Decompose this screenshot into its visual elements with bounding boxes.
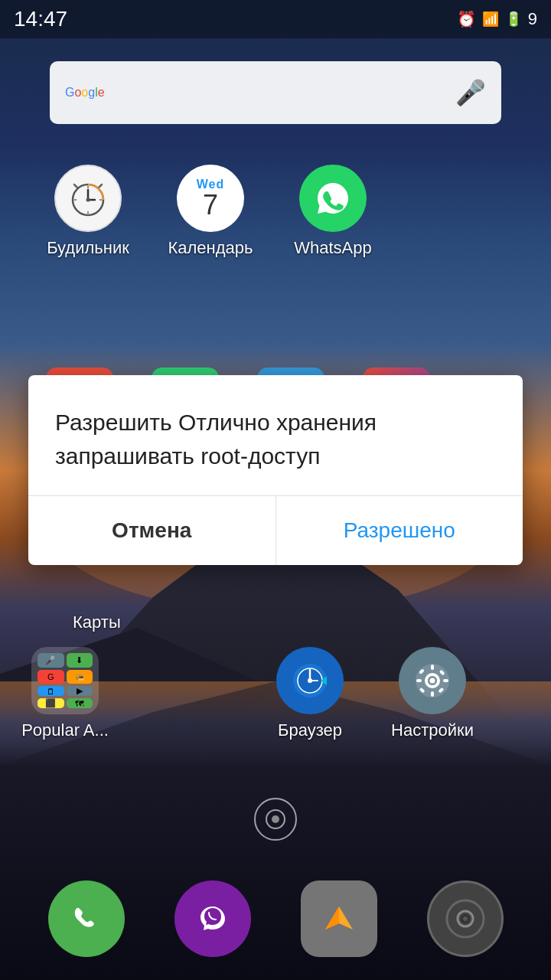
- svg-line-9: [99, 185, 102, 188]
- browser-svg: [289, 659, 331, 702]
- modal-text: Разрешить Отлично хранения запрашивать r…: [55, 406, 496, 472]
- viber-dock-icon[interactable]: [174, 880, 251, 957]
- nav-bar: [0, 789, 551, 850]
- alarm-status-icon: ⏰: [457, 10, 476, 28]
- calendar-icon-circle: Wed 7: [177, 165, 244, 232]
- app-icons-row-3: 🎤 ⬇ G 📻 🗒 ▶ ⬛ 🗺 Popular A...: [23, 647, 474, 740]
- signal-icon: 📶: [482, 11, 499, 28]
- alarm-app-icon[interactable]: Будильник: [46, 165, 130, 258]
- home-icon: [264, 808, 287, 831]
- whatsapp-label: WhatsApp: [294, 238, 372, 258]
- calendar-date: 7: [203, 191, 218, 219]
- folder-app-6: ▶: [67, 686, 93, 696]
- navigator-svg: [319, 899, 359, 939]
- modal-buttons: Отмена Разрешено: [28, 496, 523, 565]
- calendar-label: Календарь: [168, 238, 253, 258]
- popular-apps-icon[interactable]: 🎤 ⬇ G 📻 🗒 ▶ ⬛ 🗺 Popular A...: [23, 647, 107, 740]
- modal-body: Разрешить Отлично хранения запрашивать r…: [28, 375, 523, 495]
- folder-app-1: 🎤: [37, 653, 64, 668]
- svg-point-35: [68, 900, 105, 937]
- status-icons: ⏰ 📶 🔋 9: [457, 9, 537, 29]
- popular-apps-label: Popular A...: [21, 720, 109, 740]
- whatsapp-svg: [311, 177, 354, 220]
- camera-dock-icon[interactable]: [427, 880, 504, 957]
- status-bar: 14:47 ⏰ 📶 🔋 9: [0, 0, 551, 38]
- mic-icon[interactable]: 🎤: [455, 78, 486, 107]
- google-logo: Google: [65, 86, 105, 100]
- settings-svg: [411, 659, 454, 702]
- cancel-button[interactable]: Отмена: [28, 496, 276, 565]
- navigator-dock-icon[interactable]: [301, 880, 377, 957]
- navigator-icon-bg: [301, 880, 377, 957]
- svg-point-32: [430, 678, 435, 684]
- bottom-dock: [0, 880, 551, 957]
- app-icons-row-1: Будильник Wed 7 Календарь WhatsApp: [46, 165, 375, 258]
- folder-app-4: 📻: [67, 670, 93, 684]
- battery-level: 9: [528, 9, 537, 29]
- phone-svg: [67, 899, 106, 939]
- battery-icon: 🔋: [505, 11, 522, 28]
- svg-rect-26: [443, 679, 448, 682]
- folder-grid: 🎤 ⬇ G 📻 🗒 ▶ ⬛ 🗺: [31, 647, 99, 714]
- alarm-svg: [67, 178, 109, 219]
- svg-point-14: [86, 198, 90, 202]
- settings-icon-circle: [399, 647, 466, 714]
- modal-dialog: Разрешить Отлично хранения запрашивать r…: [28, 375, 523, 565]
- settings-app-icon[interactable]: Настройки: [390, 647, 474, 740]
- maps-label-area: Карты: [73, 612, 121, 632]
- folder-app-3: G: [37, 670, 64, 684]
- svg-rect-23: [431, 665, 434, 670]
- alarm-icon-circle: [54, 165, 122, 232]
- phone-icon-bg: [48, 880, 125, 957]
- svg-rect-24: [431, 691, 434, 697]
- viber-icon-bg: [174, 880, 251, 957]
- phone-dock-icon[interactable]: [48, 880, 125, 957]
- calendar-app-icon[interactable]: Wed 7 Календарь: [168, 165, 253, 258]
- google-search-bar[interactable]: Google 🎤: [50, 61, 501, 124]
- camera-icon-bg: [427, 880, 504, 957]
- whatsapp-app-icon[interactable]: WhatsApp: [291, 165, 375, 258]
- settings-label: Настройки: [391, 720, 474, 740]
- camera-svg: [445, 899, 485, 939]
- folder-app-5: 🗒: [37, 686, 64, 696]
- whatsapp-icon-circle: [299, 165, 367, 232]
- browser-app-icon[interactable]: Браузер: [268, 647, 352, 740]
- folder-app-7: ⬛: [37, 698, 64, 708]
- folder-app-8: 🗺: [67, 698, 93, 708]
- svg-point-34: [272, 815, 279, 823]
- alarm-label: Будильник: [47, 238, 129, 258]
- folder-app-2: ⬇: [67, 653, 93, 668]
- status-time: 14:47: [14, 7, 67, 31]
- svg-rect-25: [416, 679, 422, 682]
- svg-point-43: [463, 916, 468, 921]
- svg-line-8: [74, 185, 77, 188]
- allow-button[interactable]: Разрешено: [276, 496, 523, 565]
- maps-label: Карты: [73, 612, 121, 632]
- viber-svg: [193, 899, 233, 939]
- browser-label: Браузер: [278, 720, 342, 740]
- browser-icon-circle: [276, 647, 344, 714]
- home-button[interactable]: [254, 798, 297, 841]
- svg-point-20: [308, 678, 312, 683]
